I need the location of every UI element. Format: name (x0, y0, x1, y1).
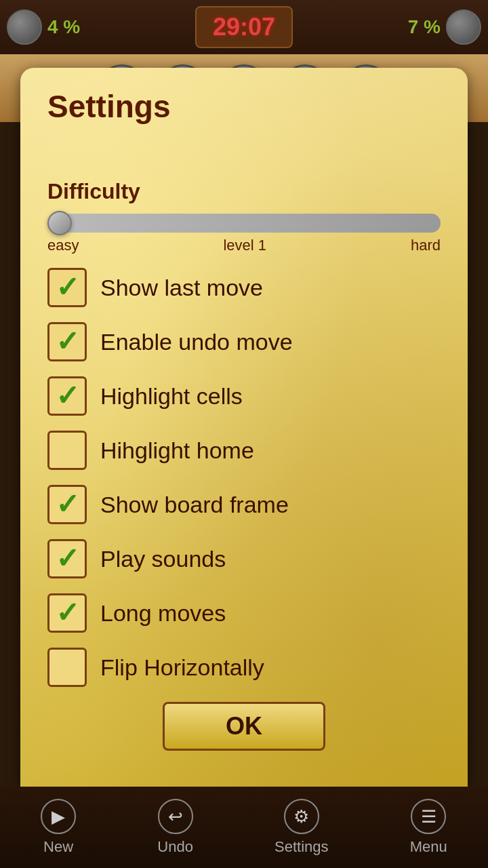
slider-thumb[interactable] (47, 211, 72, 235)
checkbox-highlight-cells[interactable] (47, 376, 87, 416)
nav-menu-icon: ☰ (411, 799, 446, 834)
nav-item-undo[interactable]: ↩ Undo (157, 799, 193, 856)
timer-box: 29:07 (195, 6, 293, 48)
checkbox-label-highlight-cells: Highlight cells (100, 383, 243, 410)
checkbox-row-show-last-move[interactable]: Show last move (47, 268, 441, 307)
top-left: 4 % (7, 9, 80, 45)
checkbox-flip-horizontally[interactable] (47, 648, 87, 687)
settings-title: Settings (47, 88, 441, 125)
nav-settings-label: Settings (274, 838, 329, 856)
nav-undo-label: Undo (157, 838, 193, 856)
checkbox-label-long-moves: Long moves (100, 600, 226, 627)
nav-new-label: New (43, 838, 73, 856)
checkbox-long-moves[interactable] (47, 593, 87, 633)
right-coin-icon (446, 9, 481, 45)
checkbox-label-play-sounds: Play sounds (100, 546, 226, 572)
slider-level-label: level 1 (223, 237, 266, 254)
checkbox-row-highlight-home[interactable]: Hihglight home (47, 431, 441, 470)
difficulty-label: Difficulty (47, 179, 441, 204)
bottom-nav: ▶ New ↩ Undo ⚙ Settings ☰ Menu (0, 787, 488, 868)
nav-item-menu[interactable]: ☰ Menu (410, 799, 447, 856)
nav-settings-icon: ⚙ (284, 799, 319, 834)
checkbox-row-highlight-cells[interactable]: Highlight cells (47, 376, 441, 416)
slider-easy-label: easy (47, 237, 79, 254)
checkbox-show-board-frame[interactable] (47, 485, 87, 524)
checkbox-label-flip-horizontally: Flip Horizontally (100, 654, 264, 681)
settings-panel: Settings Difficulty easy level 1 hard Sh… (20, 68, 468, 787)
checkbox-row-flip-horizontally[interactable]: Flip Horizontally (47, 648, 441, 687)
nav-new-icon: ▶ (41, 799, 76, 834)
right-pct: 7 % (408, 16, 441, 38)
difficulty-slider-container[interactable] (47, 214, 441, 233)
top-bar: 4 % 29:07 7 % (0, 0, 488, 54)
checkbox-highlight-home[interactable] (47, 431, 87, 470)
checkbox-label-highlight-home: Hihglight home (100, 437, 254, 464)
checkboxes-container: Show last moveEnable undo moveHighlight … (47, 268, 441, 687)
nav-item-new[interactable]: ▶ New (41, 799, 76, 856)
ok-button[interactable]: OK (163, 702, 325, 751)
timer-display: 29:07 (213, 13, 275, 41)
nav-undo-icon: ↩ (158, 799, 193, 834)
checkbox-label-show-board-frame: Show board frame (100, 492, 289, 518)
checkbox-row-long-moves[interactable]: Long moves (47, 593, 441, 633)
checkbox-play-sounds[interactable] (47, 539, 87, 578)
checkbox-row-show-board-frame[interactable]: Show board frame (47, 485, 441, 524)
left-coin-icon (7, 9, 42, 45)
top-right: 7 % (408, 9, 481, 45)
checkbox-label-enable-undo-move: Enable undo move (100, 329, 293, 355)
checkbox-row-play-sounds[interactable]: Play sounds (47, 539, 441, 578)
checkbox-enable-undo-move[interactable] (47, 322, 87, 361)
left-pct: 4 % (47, 16, 80, 38)
nav-item-settings[interactable]: ⚙ Settings (274, 799, 329, 856)
slider-labels: easy level 1 hard (47, 237, 441, 254)
checkbox-show-last-move[interactable] (47, 268, 87, 307)
nav-menu-label: Menu (410, 838, 447, 856)
slider-track (47, 214, 441, 233)
checkbox-row-enable-undo-move[interactable]: Enable undo move (47, 322, 441, 361)
slider-hard-label: hard (411, 237, 441, 254)
checkbox-label-show-last-move: Show last move (100, 275, 263, 301)
